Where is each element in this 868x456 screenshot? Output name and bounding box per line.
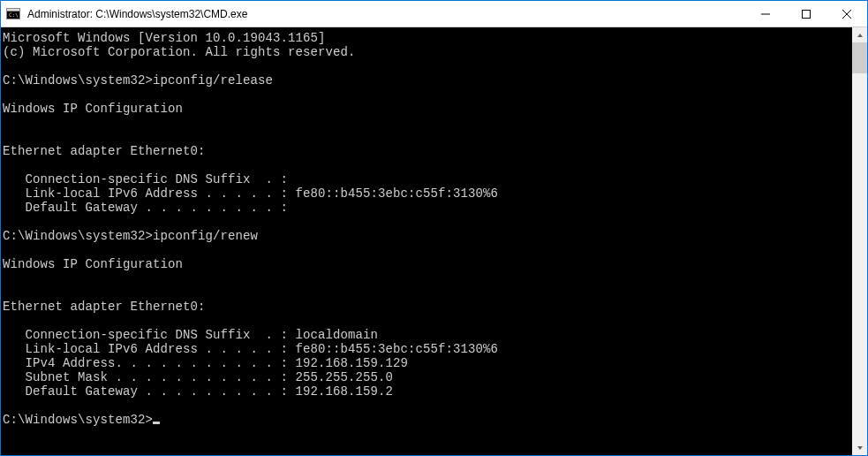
version-line: Microsoft Windows [Version 10.0.19043.11… bbox=[3, 31, 326, 45]
adapter-header: Ethernet adapter Ethernet0: bbox=[3, 300, 206, 314]
scroll-up-button[interactable] bbox=[852, 27, 867, 42]
scroll-down-button[interactable] bbox=[852, 440, 867, 455]
svg-rect-4 bbox=[803, 10, 811, 18]
ipv6-value: fe80::b455:3ebc:c55f:3130%6 bbox=[296, 342, 499, 356]
window-controls bbox=[745, 1, 867, 27]
gateway-label: Default Gateway . . . . . . . . . : bbox=[3, 384, 296, 399]
copyright-line: (c) Microsoft Corporation. All rights re… bbox=[3, 45, 356, 59]
svg-marker-8 bbox=[857, 446, 863, 450]
maximize-button[interactable] bbox=[786, 1, 826, 27]
titlebar[interactable]: C:\ Administrator: C:\Windows\system32\C… bbox=[1, 1, 867, 27]
window-title: Administrator: C:\Windows\system32\CMD.e… bbox=[27, 8, 247, 20]
console-output[interactable]: Microsoft Windows [Version 10.0.19043.11… bbox=[1, 27, 852, 455]
client-area: Microsoft Windows [Version 10.0.19043.11… bbox=[1, 27, 867, 455]
svg-text:C:\: C:\ bbox=[9, 11, 19, 18]
prompt: C:\Windows\system32> bbox=[3, 73, 153, 87]
scroll-thumb[interactable] bbox=[852, 42, 867, 73]
gateway-value: 192.168.159.2 bbox=[296, 384, 394, 399]
command-text: ipconfig/release bbox=[153, 73, 273, 87]
minimize-button[interactable] bbox=[745, 1, 786, 27]
svg-marker-7 bbox=[857, 34, 863, 37]
command-text: ipconfig/renew bbox=[153, 229, 258, 243]
scroll-track[interactable] bbox=[852, 42, 867, 440]
ipv4-label: IPv4 Address. . . . . . . . . . . : bbox=[3, 356, 296, 370]
ipconfig-header: Windows IP Configuration bbox=[3, 102, 183, 116]
dns-suffix-line: Connection-specific DNS Suffix . : bbox=[3, 172, 288, 186]
ipv6-label: Link-local IPv6 Address . . . . . : bbox=[3, 186, 296, 201]
adapter-header: Ethernet adapter Ethernet0: bbox=[3, 144, 206, 158]
dns-suffix-value: localdomain bbox=[296, 328, 379, 342]
close-button[interactable] bbox=[826, 1, 867, 27]
prompt: C:\Windows\system32> bbox=[3, 413, 153, 427]
vertical-scrollbar[interactable] bbox=[852, 27, 867, 455]
ipv4-value: 192.168.159.129 bbox=[296, 356, 409, 370]
mask-label: Subnet Mask . . . . . . . . . . . : bbox=[3, 370, 296, 384]
window-frame: C:\ Administrator: C:\Windows\system32\C… bbox=[0, 0, 868, 456]
prompt: C:\Windows\system32> bbox=[3, 229, 153, 243]
ipconfig-header: Windows IP Configuration bbox=[3, 257, 183, 271]
ipv6-label: Link-local IPv6 Address . . . . . : bbox=[3, 342, 296, 356]
ipv6-value: fe80::b455:3ebc:c55f:3130%6 bbox=[296, 186, 499, 201]
mask-value: 255.255.255.0 bbox=[296, 370, 394, 384]
cursor-icon bbox=[153, 422, 160, 424]
cmd-icon: C:\ bbox=[6, 7, 20, 21]
gateway-line: Default Gateway . . . . . . . . . : bbox=[3, 201, 288, 215]
dns-suffix-label: Connection-specific DNS Suffix . : bbox=[3, 328, 296, 342]
